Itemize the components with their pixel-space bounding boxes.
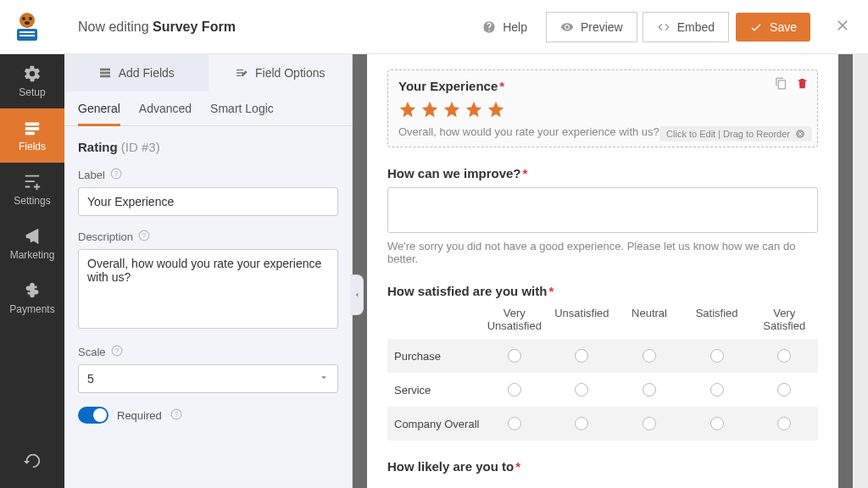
- svg-point-1: [22, 17, 25, 20]
- nps-field-label: How likely are you to*: [387, 459, 818, 474]
- help-icon[interactable]: ?: [110, 168, 122, 182]
- form-canvas: Your Experience* Overall, how would you …: [353, 54, 853, 488]
- nav-settings[interactable]: Settings: [0, 163, 64, 217]
- svg-point-3: [25, 21, 30, 25]
- svg-rect-9: [25, 132, 35, 136]
- help-icon[interactable]: ?: [170, 408, 182, 423]
- help-icon: [482, 20, 496, 34]
- field-options-panel: Add Fields Field Options General Advance…: [64, 54, 353, 488]
- star-rating[interactable]: [398, 100, 807, 119]
- nav-payments[interactable]: Payments: [0, 271, 64, 325]
- likert-radio[interactable]: [777, 417, 791, 430]
- description-label: Description ?: [78, 230, 338, 244]
- app-logo: [10, 10, 44, 44]
- description-input[interactable]: [78, 249, 338, 329]
- panel-tabs: Add Fields Field Options: [64, 54, 352, 92]
- svg-text:?: ?: [174, 410, 178, 418]
- likert-radio[interactable]: [508, 383, 521, 396]
- field-improve[interactable]: How can we improve?* We're sorry you did…: [387, 166, 818, 265]
- likert-field-label: How satisfied are you with*: [387, 284, 818, 298]
- likert-radio[interactable]: [643, 383, 656, 396]
- delete-icon[interactable]: [796, 77, 809, 92]
- embed-button[interactable]: Embed: [643, 12, 729, 42]
- svg-rect-12: [100, 75, 110, 78]
- help-icon[interactable]: ?: [138, 230, 150, 244]
- scale-label: Scale ?: [78, 345, 338, 359]
- help-icon[interactable]: ?: [111, 345, 123, 359]
- likert-col: Very Satisfied: [750, 305, 818, 334]
- likert-col: Very Unsatisfied: [481, 305, 548, 334]
- rating-field-label: Your Experience*: [398, 79, 807, 93]
- svg-point-0: [19, 13, 35, 28]
- svg-text:?: ?: [114, 170, 119, 178]
- save-button[interactable]: Save: [736, 13, 810, 42]
- duplicate-icon[interactable]: [775, 77, 787, 92]
- improve-field-label: How can we improve?*: [387, 166, 818, 180]
- nav-revisions[interactable]: [0, 434, 64, 488]
- close-button[interactable]: [834, 17, 851, 36]
- svg-text:?: ?: [142, 232, 147, 240]
- field-likert[interactable]: How satisfied are you with* Very Unsatis…: [387, 284, 818, 441]
- likert-radio[interactable]: [575, 383, 588, 396]
- likert-radio[interactable]: [643, 349, 656, 363]
- likert-radio[interactable]: [508, 349, 521, 363]
- required-label: Required: [117, 409, 162, 422]
- likert-col: Neutral: [615, 305, 683, 334]
- svg-rect-6: [19, 35, 35, 36]
- nav-setup[interactable]: Setup: [0, 54, 64, 108]
- panel-body: Rating (ID #3) Label ? Description ? Sca…: [64, 126, 352, 437]
- likert-row: Company Overall: [387, 407, 818, 441]
- editing-title: Now editing Survey Form: [78, 19, 236, 35]
- likert-radio[interactable]: [575, 349, 588, 363]
- tab-field-options[interactable]: Field Options: [209, 54, 353, 92]
- field-rating[interactable]: Your Experience* Overall, how would you …: [387, 69, 818, 147]
- top-bar: Now editing Survey Form Help Preview Emb…: [0, 0, 868, 54]
- code-icon: [657, 20, 670, 34]
- likert-radio[interactable]: [710, 383, 724, 396]
- svg-rect-5: [19, 31, 35, 33]
- required-toggle[interactable]: [78, 407, 108, 424]
- preview-button[interactable]: Preview: [546, 12, 637, 42]
- likert-radio[interactable]: [710, 349, 724, 363]
- likert-radio[interactable]: [710, 417, 724, 430]
- subtabs: General Advanced Smart Logic: [64, 92, 352, 126]
- svg-rect-11: [100, 72, 110, 75]
- svg-rect-10: [100, 69, 110, 71]
- likert-radio[interactable]: [643, 417, 656, 430]
- left-nav: Setup Fields Settings Marketing Payments: [0, 54, 64, 488]
- improve-field-desc: We're sorry you did not have a good expe…: [387, 240, 818, 265]
- panel-collapse-handle[interactable]: [350, 274, 364, 315]
- likert-table: Very Unsatisfied Unsatisfied Neutral Sat…: [387, 305, 818, 441]
- likert-radio[interactable]: [777, 383, 791, 396]
- improve-textarea[interactable]: [387, 187, 818, 233]
- check-icon: [749, 20, 763, 34]
- nav-marketing[interactable]: Marketing: [0, 217, 64, 271]
- eye-icon: [560, 20, 574, 34]
- tab-add-fields[interactable]: Add Fields: [64, 54, 209, 92]
- svg-point-2: [29, 17, 32, 20]
- right-scrollbar-gutter: [853, 54, 868, 488]
- likert-radio[interactable]: [508, 417, 521, 430]
- help-button[interactable]: Help: [469, 13, 541, 42]
- svg-rect-8: [25, 127, 40, 130]
- edit-hint: Click to Edit | Drag to Reorder: [659, 126, 812, 141]
- required-row: Required ?: [78, 407, 338, 424]
- likert-row: Service: [387, 373, 818, 407]
- svg-rect-7: [25, 123, 40, 126]
- likert-row: Purchase: [387, 339, 818, 373]
- subtab-smart-logic[interactable]: Smart Logic: [210, 102, 274, 125]
- likert-col: Unsatisfied: [548, 305, 616, 334]
- label-input[interactable]: [78, 187, 338, 216]
- nav-fields[interactable]: Fields: [0, 108, 64, 163]
- subtab-advanced[interactable]: Advanced: [139, 102, 192, 125]
- workspace: Setup Fields Settings Marketing Payments…: [0, 54, 868, 488]
- field-nps[interactable]: How likely are you to*: [387, 459, 818, 474]
- subtab-general[interactable]: General: [78, 102, 120, 126]
- svg-text:?: ?: [114, 347, 119, 355]
- label-label: Label ?: [78, 168, 338, 182]
- scale-select[interactable]: 5: [78, 364, 338, 393]
- likert-radio[interactable]: [575, 417, 588, 430]
- field-heading: Rating (ID #3): [78, 140, 338, 154]
- likert-col: Satisfied: [683, 305, 751, 334]
- likert-radio[interactable]: [777, 349, 791, 363]
